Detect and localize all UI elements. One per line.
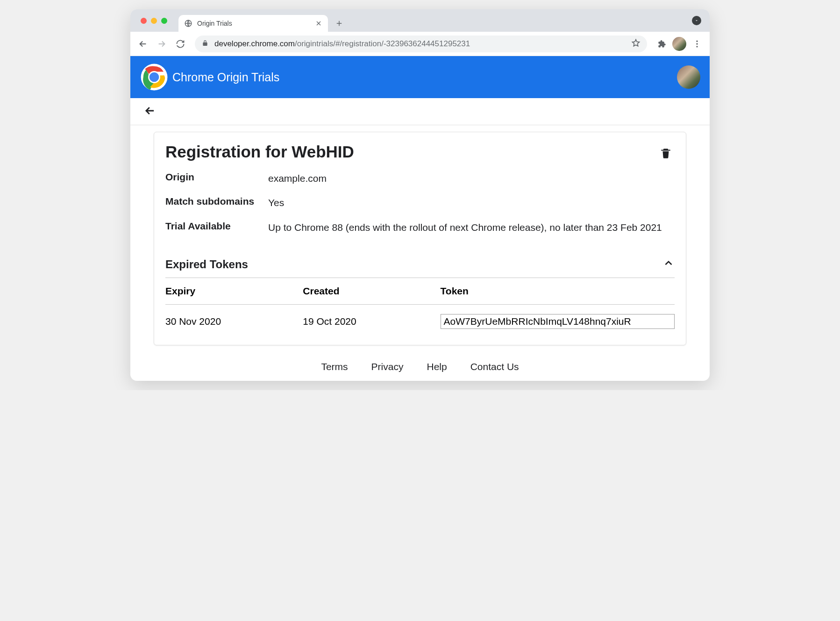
match-subdomains-value: Yes [268,196,675,210]
tab-title: Origin Trials [197,20,310,27]
url-host: developer.chrome.com [214,39,295,48]
bookmark-star-icon[interactable] [631,38,641,50]
address-bar[interactable]: developer.chrome.com/origintrials/#/regi… [195,36,647,52]
expired-tokens-title: Expired Tokens [165,258,248,271]
th-token: Token [441,278,675,305]
svg-point-3 [696,46,698,47]
svg-point-2 [696,43,698,44]
tab-strip: Origin Trials [130,9,710,32]
table-row: 30 Nov 2020 19 Oct 2020 AoW7ByrUeMbRRIcN… [165,305,675,331]
trial-available-value: Up to Chrome 88 (ends with the rollout o… [268,221,675,235]
url-path: /origintrials/#/registration/-3239636244… [295,39,470,48]
browser-toolbar: developer.chrome.com/origintrials/#/regi… [130,32,710,56]
back-button[interactable] [135,36,151,52]
trial-available-label: Trial Available [165,221,268,235]
footer-help[interactable]: Help [427,361,447,372]
token-value[interactable]: AoW7ByrUeMbRRIcNbImqLV148hnq7xiuR [441,314,675,329]
cell-created: 19 Oct 2020 [303,305,440,331]
th-expiry: Expiry [165,278,303,305]
expired-tokens-toggle[interactable]: Expired Tokens [165,252,675,278]
extensions-icon[interactable] [654,39,669,49]
app-header: Chrome Origin Trials [130,56,710,98]
minimize-window-button[interactable] [151,18,157,24]
tab-overflow-button[interactable] [692,16,701,25]
maximize-window-button[interactable] [161,18,167,24]
content-area: Registration for WebHID Origin example.c… [130,125,710,381]
registration-card: Registration for WebHID Origin example.c… [154,132,686,345]
delete-button[interactable] [660,143,675,161]
browser-window: Origin Trials developer.chrome.com [130,9,710,381]
footer-terms[interactable]: Terms [321,361,348,372]
chrome-menu-icon[interactable] [689,39,705,49]
close-tab-icon[interactable] [315,20,322,27]
close-window-button[interactable] [141,18,147,24]
app-title: Chrome Origin Trials [172,71,279,84]
info-grid: Origin example.com Match subdomains Yes … [165,171,675,235]
table-header-row: Expiry Created Token [165,278,675,305]
cell-token: AoW7ByrUeMbRRIcNbImqLV148hnq7xiuR [441,305,675,331]
tokens-table: Expiry Created Token 30 Nov 2020 19 Oct … [165,278,675,331]
footer-contact[interactable]: Contact Us [470,361,519,372]
back-arrow-icon[interactable] [143,104,157,119]
browser-tab[interactable]: Origin Trials [178,15,328,32]
origin-value: example.com [268,171,675,186]
user-avatar[interactable] [677,65,700,89]
window-controls [136,9,178,32]
footer-privacy[interactable]: Privacy [371,361,404,372]
cell-expiry: 30 Nov 2020 [165,305,303,331]
profile-avatar[interactable] [672,37,686,51]
url-text: developer.chrome.com/origintrials/#/regi… [214,39,626,49]
svg-point-7 [150,73,159,82]
lock-icon [201,39,209,49]
origin-label: Origin [165,171,268,186]
svg-point-1 [696,40,698,42]
reload-button[interactable] [172,36,188,52]
card-title: Registration for WebHID [165,143,354,161]
new-tab-button[interactable] [333,17,346,30]
chevron-up-icon [662,257,675,272]
globe-icon [184,19,192,28]
match-subdomains-label: Match subdomains [165,196,268,210]
footer-links: Terms Privacy Help Contact Us [154,345,686,381]
chrome-logo-icon [140,63,169,92]
th-created: Created [303,278,440,305]
forward-button[interactable] [154,36,170,52]
page-back-row [130,98,710,125]
